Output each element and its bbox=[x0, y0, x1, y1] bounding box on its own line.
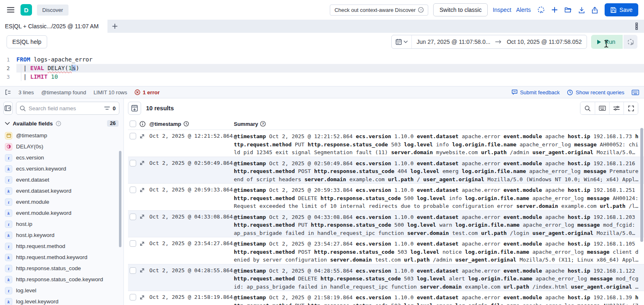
grid-search-icon[interactable] bbox=[580, 102, 595, 114]
grid-fullscreen-icon[interactable] bbox=[623, 102, 638, 114]
collapse-sidebar-button[interactable] bbox=[3, 102, 13, 115]
tab-options-menu-icon[interactable] bbox=[629, 20, 644, 33]
timestamp-found-status: @timestamp found bbox=[41, 89, 86, 96]
field-filter-count: 0 bbox=[113, 105, 116, 112]
timestamp-column-header[interactable]: @timestamp bbox=[149, 121, 234, 127]
grid-scrollbar[interactable] bbox=[640, 128, 643, 242]
download-icon[interactable] bbox=[578, 7, 585, 14]
field-list-item[interactable]: t host.ip bbox=[3, 219, 123, 230]
field-search-input[interactable] bbox=[29, 105, 101, 112]
date-range-start[interactable]: Jun 27, 2025 @ 11:07:58.0... bbox=[412, 39, 496, 45]
show-recent-queries-link[interactable]: Show recent queries bbox=[567, 89, 624, 96]
table-row[interactable]: Oct 2, 2025 @ 04:28:55.864 @timestamp Oc… bbox=[128, 264, 644, 291]
field-list-item[interactable]: t http.request.method bbox=[3, 241, 123, 252]
expand-row-icon[interactable] bbox=[139, 241, 145, 246]
text-field-icon: t bbox=[5, 198, 12, 206]
field-list-item[interactable]: k http.response.status_code.keyword bbox=[3, 274, 123, 285]
field-list-item[interactable]: k http.request.method.keyword bbox=[3, 252, 123, 263]
open-folder-icon[interactable] bbox=[564, 7, 572, 13]
date-range-end[interactable]: Oct 10, 2025 @ 11:07:58.052 bbox=[502, 39, 587, 45]
date-field-icon bbox=[5, 132, 12, 139]
grid-display-options-icon[interactable] bbox=[609, 102, 623, 114]
chevron-down-icon bbox=[5, 122, 10, 125]
field-list-item[interactable]: k event.dataset.keyword bbox=[3, 185, 123, 196]
field-name: event.dataset.keyword bbox=[16, 188, 71, 194]
hamburger-menu-icon[interactable] bbox=[6, 5, 16, 15]
sidebar-scrollbar[interactable] bbox=[119, 151, 121, 247]
field-list-item[interactable]: k log.level.keyword bbox=[3, 296, 123, 305]
field-list-item[interactable]: DELAY(0s) bbox=[3, 141, 123, 152]
field-list-item[interactable]: t log.level bbox=[3, 285, 123, 296]
history-clock-icon bbox=[567, 89, 573, 96]
limit-rows-status: LIMIT 10 rows bbox=[94, 89, 127, 96]
expand-row-icon[interactable] bbox=[139, 214, 145, 219]
expand-row-icon[interactable] bbox=[139, 187, 145, 193]
summary-column-header[interactable]: Summary ? bbox=[234, 121, 644, 127]
context-aware-discover-button[interactable]: Check out context-aware Discover ? bbox=[330, 5, 428, 16]
code-text: | EVAL DELAY(1s) bbox=[16, 64, 79, 73]
field-list-item[interactable]: t http.response.status_code bbox=[3, 263, 123, 274]
expand-row-icon[interactable] bbox=[139, 268, 145, 273]
row-checkbox[interactable] bbox=[130, 214, 136, 220]
text-field-icon: t bbox=[5, 221, 12, 228]
row-checkbox[interactable] bbox=[130, 267, 136, 274]
context-aware-label: Check out context-aware Discover bbox=[334, 7, 416, 13]
discover-breadcrumb-button[interactable]: Discover bbox=[37, 5, 69, 16]
table-row[interactable]: Oct 2, 2025 @ 21:58:19.864 @timestamp Oc… bbox=[128, 291, 644, 305]
row-timestamp: Oct 2, 2025 @ 12:21:52.864 bbox=[149, 130, 234, 139]
submit-feedback-link[interactable]: Submit feedback bbox=[512, 89, 560, 96]
table-row[interactable]: Oct 2, 2025 @ 20:59:33.864 @timestamp Oc… bbox=[128, 183, 644, 210]
background-search-icon[interactable] bbox=[537, 6, 545, 14]
row-checkbox[interactable] bbox=[130, 187, 136, 193]
editor-line[interactable]: 3 | LIMIT 10 bbox=[0, 73, 644, 81]
save-button[interactable]: Save bbox=[605, 3, 638, 16]
calendar-dropdown-button[interactable] bbox=[392, 35, 412, 48]
row-checkbox[interactable] bbox=[130, 294, 136, 300]
table-row[interactable]: Oct 2, 2025 @ 02:50:49.864 @timestamp Oc… bbox=[128, 157, 644, 184]
grid-header-row: @timestamp Summary ? bbox=[128, 118, 644, 130]
esql-code-editor[interactable]: 1 FROM logs-apache_error 2 | EVAL DELAY(… bbox=[0, 51, 644, 86]
alerts-link[interactable]: Alerts bbox=[516, 7, 531, 13]
field-filter-icon[interactable] bbox=[104, 106, 110, 111]
share-export-icon[interactable] bbox=[591, 7, 598, 14]
field-list-item[interactable]: k event.module.keyword bbox=[3, 207, 123, 219]
row-checkbox[interactable] bbox=[130, 133, 136, 139]
discover-app-logo[interactable]: D bbox=[21, 4, 32, 16]
editor-line[interactable]: 1 FROM logs-apache_error bbox=[0, 55, 644, 64]
table-row[interactable]: Oct 2, 2025 @ 12:21:52.864 @timestamp Oc… bbox=[128, 130, 644, 157]
select-all-checkbox[interactable] bbox=[130, 121, 136, 127]
esql-help-button[interactable]: ES|QL help bbox=[7, 35, 47, 48]
plus-icon[interactable] bbox=[551, 7, 558, 13]
inspect-link[interactable]: Inspect bbox=[493, 7, 511, 13]
refresh-query-button[interactable] bbox=[623, 35, 637, 49]
error-status[interactable]: 1 error bbox=[135, 89, 160, 96]
switch-to-classic-button[interactable]: Switch to classic bbox=[433, 3, 488, 16]
field-list-item[interactable]: @timestamp bbox=[3, 130, 123, 141]
available-fields-header[interactable]: Available fields ? 26 bbox=[3, 115, 123, 130]
run-query-button[interactable]: Run bbox=[591, 35, 623, 49]
field-search-box: 0 bbox=[16, 102, 119, 115]
field-list-item[interactable]: t event.dataset bbox=[3, 174, 123, 185]
editor-line[interactable]: 2 | EVAL DELAY(1s) bbox=[0, 64, 644, 73]
expand-row-icon[interactable] bbox=[139, 295, 145, 300]
row-summary: @timestamp Oct 2, 2025 @ 12:21:52.864 ec… bbox=[234, 130, 644, 157]
toggle-chart-button[interactable] bbox=[128, 102, 141, 115]
new-tab-button[interactable] bbox=[107, 20, 122, 33]
tab-esql-classic[interactable]: ES|QL + Classic.../2025 @ 11:07 AM bbox=[0, 20, 107, 33]
grid-keyboard-icon[interactable] bbox=[595, 102, 609, 114]
field-list-item[interactable]: t ecs.version bbox=[3, 152, 123, 163]
table-row[interactable]: Oct 2, 2025 @ 04:33:08.864 @timestamp Oc… bbox=[128, 210, 644, 237]
field-list-item[interactable]: k ecs.version.keyword bbox=[3, 163, 123, 174]
keyboard-shortcuts-icon[interactable] bbox=[632, 90, 639, 95]
row-checkbox[interactable] bbox=[130, 240, 136, 247]
date-range-picker: Jun 27, 2025 @ 11:07:58.0... Oct 10, 202… bbox=[391, 35, 587, 49]
help-circle-icon: ? bbox=[260, 121, 266, 127]
run-button-group: Run bbox=[591, 35, 637, 49]
field-list-item[interactable]: t event.module bbox=[3, 196, 123, 207]
expand-row-icon[interactable] bbox=[139, 160, 145, 166]
field-list-item[interactable]: k host.ip.keyword bbox=[3, 230, 123, 241]
expand-row-icon[interactable] bbox=[139, 134, 145, 139]
code-text: FROM logs-apache_error bbox=[16, 55, 92, 64]
table-row[interactable]: Oct 2, 2025 @ 23:54:27.864 @timestamp Oc… bbox=[128, 237, 644, 264]
row-checkbox[interactable] bbox=[130, 160, 136, 166]
